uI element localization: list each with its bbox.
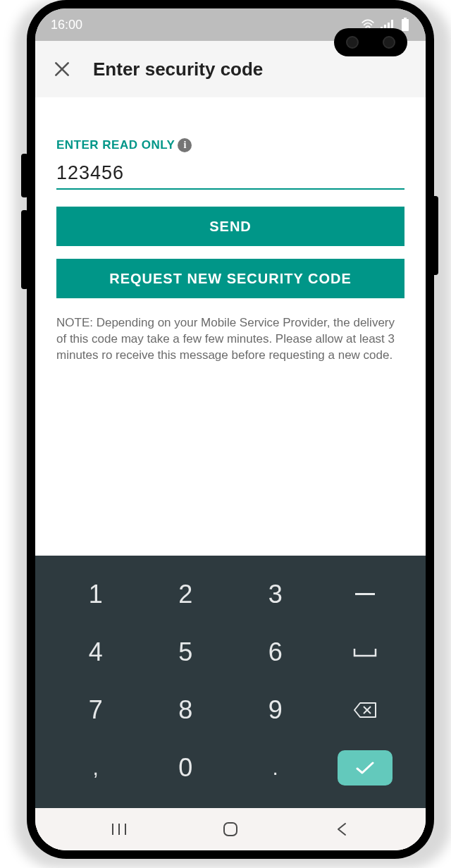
- key-9[interactable]: 9: [230, 681, 321, 739]
- svg-rect-5: [402, 19, 409, 31]
- key-space[interactable]: [321, 623, 411, 681]
- battery-icon: [400, 18, 410, 32]
- key-3[interactable]: 3: [230, 566, 321, 623]
- back-icon: [335, 821, 348, 838]
- android-nav-bar: [35, 808, 426, 850]
- svg-rect-15: [224, 823, 237, 836]
- numeric-keyboard: 1 2 3 4 5 6 7 8 9: [35, 556, 426, 808]
- key-2[interactable]: 2: [141, 566, 231, 623]
- phone-side-button: [431, 196, 438, 275]
- backspace-icon: [353, 702, 377, 719]
- space-icon: [353, 647, 377, 657]
- dash-icon: [355, 593, 375, 596]
- status-time: 16:00: [51, 18, 82, 32]
- key-comma[interactable]: ,: [51, 739, 141, 797]
- nav-home[interactable]: [202, 815, 259, 843]
- request-new-code-button[interactable]: REQUEST NEW SECURITY CODE: [56, 259, 404, 298]
- key-done[interactable]: [338, 750, 393, 786]
- home-icon: [222, 821, 239, 838]
- screen: 16:00 Enter security code ENTER READ ONL…: [35, 8, 426, 850]
- send-button[interactable]: SEND: [56, 207, 404, 246]
- nav-back[interactable]: [314, 815, 370, 843]
- close-icon: [53, 60, 71, 78]
- key-4[interactable]: 4: [51, 623, 141, 681]
- field-label: ENTER READ ONLY: [56, 138, 175, 152]
- camera-cutout: [334, 28, 407, 56]
- key-5[interactable]: 5: [141, 623, 231, 681]
- key-8[interactable]: 8: [141, 681, 231, 739]
- svg-rect-6: [404, 18, 407, 19]
- key-1[interactable]: 1: [51, 566, 141, 623]
- page-title: Enter security code: [93, 59, 263, 80]
- security-code-input[interactable]: [56, 152, 404, 190]
- info-icon[interactable]: i: [178, 138, 192, 152]
- svg-rect-9: [355, 593, 375, 595]
- phone-side-button: [21, 154, 28, 197]
- phone-side-button: [21, 210, 28, 289]
- key-7[interactable]: 7: [51, 681, 141, 739]
- close-button[interactable]: [47, 54, 78, 85]
- phone-frame: 16:00 Enter security code ENTER READ ONL…: [27, 0, 434, 859]
- key-0[interactable]: 0: [141, 739, 231, 797]
- key-dash[interactable]: [321, 566, 411, 623]
- note-text: NOTE: Depending on your Mobile Service P…: [56, 315, 404, 364]
- recents-icon: [110, 822, 128, 836]
- key-period[interactable]: .: [230, 739, 321, 797]
- nav-recents[interactable]: [91, 815, 147, 843]
- key-backspace[interactable]: [321, 681, 411, 739]
- check-icon: [354, 760, 376, 776]
- key-6[interactable]: 6: [230, 623, 321, 681]
